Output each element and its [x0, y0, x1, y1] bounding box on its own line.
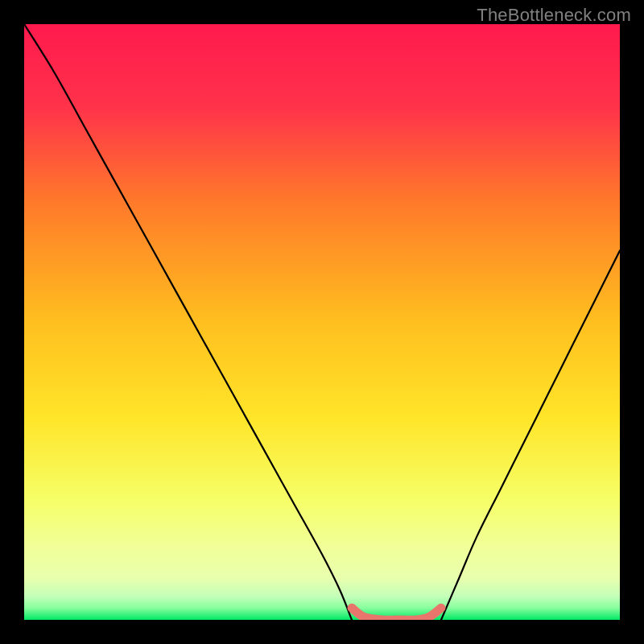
- bottleneck-chart: [24, 24, 620, 620]
- chart-frame: TheBottleneck.com: [0, 0, 644, 644]
- watermark-text: TheBottleneck.com: [477, 5, 631, 26]
- gradient-background: [24, 24, 620, 620]
